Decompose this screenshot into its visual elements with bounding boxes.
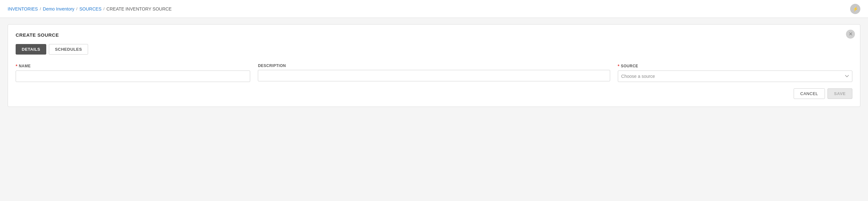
create-source-card: CREATE SOURCE ✕ DETAILS SCHEDULES * NAME… [8,24,860,107]
source-group: * SOURCE Choose a source Amazon EC2 Goog… [618,64,852,82]
breadcrumb-sources[interactable]: SOURCES [80,6,101,11]
avatar[interactable]: ⚡ [850,4,860,14]
avatar-icon: ⚡ [853,6,858,11]
source-label-text: SOURCE [621,64,638,68]
source-select[interactable]: Choose a source Amazon EC2 Google Comput… [618,70,852,82]
name-input[interactable] [16,70,250,82]
source-required-star: * [618,64,620,69]
description-input[interactable] [258,70,610,81]
form-row: * NAME DESCRIPTION * SOURCE Choose [16,64,852,82]
description-label-text: DESCRIPTION [258,64,286,68]
description-group: DESCRIPTION [258,64,610,81]
breadcrumb-current: CREATE INVENTORY SOURCE [106,6,172,11]
close-button[interactable]: ✕ [846,30,855,39]
name-required-star: * [16,64,18,69]
breadcrumb-sep2: / [76,6,78,11]
card-title: CREATE SOURCE [16,32,852,38]
main-content: CREATE SOURCE ✕ DETAILS SCHEDULES * NAME… [0,18,868,113]
breadcrumb: INVENTORIES / Demo Inventory / SOURCES /… [8,6,172,11]
breadcrumb-sep1: / [40,6,41,11]
breadcrumb-sep3: / [103,6,105,11]
cancel-button[interactable]: CANCEL [794,88,825,99]
name-label: * NAME [16,64,250,69]
name-label-text: NAME [19,64,31,68]
tabs: DETAILS SCHEDULES [16,44,852,55]
tab-schedules[interactable]: SCHEDULES [49,44,88,55]
tab-details[interactable]: DETAILS [16,44,46,55]
name-group: * NAME [16,64,250,82]
breadcrumb-demo-inventory[interactable]: Demo Inventory [43,6,74,11]
description-label: DESCRIPTION [258,64,610,68]
top-bar: INVENTORIES / Demo Inventory / SOURCES /… [0,0,868,18]
breadcrumb-inventories[interactable]: INVENTORIES [8,6,38,11]
form-actions: CANCEL SAVE [16,88,852,99]
source-label: * SOURCE [618,64,852,69]
save-button[interactable]: SAVE [828,88,852,99]
top-bar-right: ⚡ [850,4,860,14]
